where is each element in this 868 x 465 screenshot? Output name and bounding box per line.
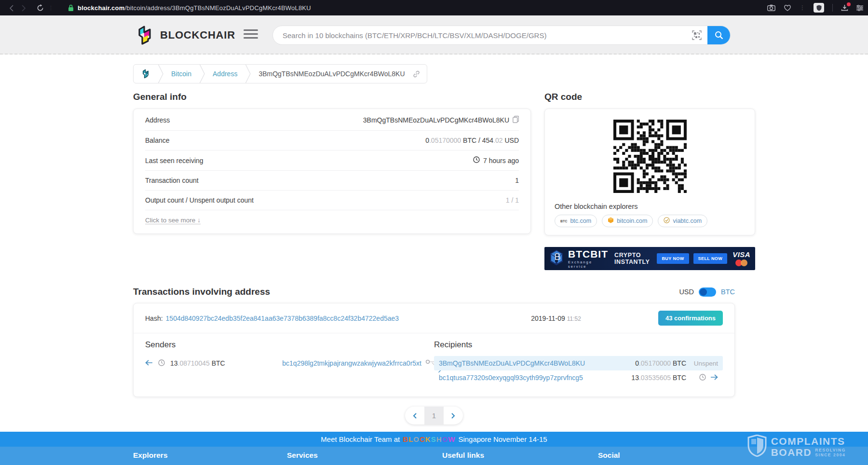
see-more-link[interactable]: Click to see more↓ [145,217,201,224]
tx-count-value: 1 [515,177,519,184]
blockshow-banner[interactable]: Meet Blockchair Team at BLOCKSHOW Singap… [0,432,868,447]
last-seen-value: 7 hours ago [483,157,519,164]
btcbit-ad-banner[interactable]: BTCBIT Exchange service CRYPTOINSTANTLY … [544,247,755,270]
screen: ⋮ blockchair.com/bitcoin/address/3BmQgTB… [0,0,868,465]
other-explorers-title: Other blockchain explorers [555,203,745,210]
download-notification-dot [847,2,851,6]
footer-col-services: Services [287,451,442,460]
transactions-title: Transactions involving address [133,287,270,297]
output-count-value: 1 / 1 [506,196,519,204]
general-info-card: Address 3BmQgTBsNMEozDuALvPDCgMKcr4BWoL8… [133,109,531,234]
brand-name: BLOCKCHAIR [160,29,235,41]
recipients-title: Recipients [434,340,723,350]
explorer-viabtc-com[interactable]: viabtc.com [658,215,707,227]
incoming-arrow-icon[interactable] [145,359,153,367]
ad-brand: BTCBIT [568,249,608,259]
explorer-btc-com[interactable]: BTC btc.com [555,215,597,227]
blockchair-logo-icon [136,25,154,46]
settings-sliders-icon[interactable] [856,5,863,11]
currency-toggle-switch[interactable] [699,287,716,297]
footer-col-explorers: Explorers [133,451,287,460]
breadcrumb: Bitcoin Address 3BmQgTBsNMEozDuALvPDCgMK… [133,64,427,83]
info-label: Output count / Unspent output count [145,196,254,204]
confirmations-badge[interactable]: 43 confirmations [658,311,723,326]
info-label: Balance [145,137,170,144]
breadcrumb-section-link[interactable]: Address [205,65,245,83]
recipient-row: bc1qtusa77320s0exyqgql93cyth99yp7zprvfnc… [434,370,723,385]
ad-tagline: Exchange service [568,260,608,269]
menu-hamburger-icon[interactable] [244,29,258,39]
clock-icon[interactable] [699,374,706,382]
mastercard-logo [735,260,748,266]
next-page-button[interactable] [444,407,463,424]
visa-logo: VISA [732,251,750,258]
snapshot-camera-icon[interactable] [767,4,775,11]
general-info-title: General info [133,92,531,102]
watermark-line1: COMPLAINTS [771,436,846,446]
sender-address-link[interactable]: bc1q298lg2tmkjpajrangwzakwjywa2kfrrca0r5… [282,359,421,367]
breadcrumb-chevron-icon [245,64,251,83]
address-bar[interactable]: blockchair.com/bitcoin/address/3BmQgTBsN… [78,4,311,12]
currency-usd-label[interactable]: USD [679,288,694,296]
tx-hash-row: Hash: 1504d840927bc24edb35f2ea841aa63e73… [134,303,734,333]
breadcrumb-chain-link[interactable]: Bitcoin [163,65,199,83]
complaintsboard-shield-icon [747,435,767,459]
banner-text-pre: Meet Blockchair Team at [321,435,400,443]
content-grid: General info Address 3BmQgTBsNMEozDuALvP… [133,92,735,270]
see-more-row: Click to see more↓ [145,210,519,229]
copy-icon[interactable] [513,116,519,124]
extension-shield-icon[interactable] [814,3,824,13]
info-row-last-seen: Last seen receiving 7 hours ago [145,150,519,171]
ad-buy-now-button[interactable]: BUY NOW [657,253,689,264]
ad-sell-now-button[interactable]: SELL NOW [693,253,728,264]
tx-date: 2019-11-0911:52 [531,315,581,322]
downloads-icon[interactable] [841,4,848,11]
info-label: Transaction count [145,177,199,184]
recipient-address-link[interactable]: 3BmQgTBsNMEozDuALvPDCgMKcr4BWoL8KU [439,359,635,367]
qr-section: QR code Other blockchain explorers BTC b… [544,92,755,270]
blockchair-logo[interactable]: BLOCKCHAIR [136,25,235,46]
https-lock-icon[interactable] [68,4,74,12]
currency-btc-label[interactable]: BTC [721,288,735,296]
recipient-address-link[interactable]: bc1qtusa77320s0exyqgql93cyth99yp7zprvfnc… [439,374,631,382]
search-button[interactable] [707,26,730,45]
breadcrumb-chevron-icon [199,64,205,83]
info-row-address: Address 3BmQgTBsNMEozDuALvPDCgMKcr4BWoL8… [145,110,519,131]
clock-icon[interactable] [158,359,165,368]
explorer-bitcoin-com[interactable]: bitcoin.com [602,215,653,227]
qr-title: QR code [544,92,755,102]
banner-text-post: Singapore November 14-15 [458,435,547,443]
more-options-icon[interactable]: ⋮ [800,4,805,11]
browser-back-icon[interactable] [5,3,17,13]
btcbit-logo-icon [549,249,564,268]
url-domain: blockchair.com [78,4,124,12]
bookmarks-heart-icon[interactable] [784,4,791,11]
senders-title: Senders [145,340,434,350]
qr-scan-icon[interactable] [692,30,702,40]
main-content: Bitcoin Address 3BmQgTBsNMEozDuALvPDCgMK… [133,55,735,424]
browser-chrome: ⋮ blockchair.com/bitcoin/address/3BmQgTB… [0,0,868,15]
outgoing-arrow-icon[interactable] [710,374,718,382]
prev-page-button[interactable] [405,407,424,424]
blockshow-brand: BLOCKSHOW [403,435,455,443]
sender-row: 13.08710045 BTC bc1q298lg2tmkjpajrangwza… [145,356,434,370]
info-row-balance: Balance 0.05170000 BTC / 454.02 USD [145,131,519,150]
browser-reload-icon[interactable] [34,3,46,13]
recipient-amount: 0.05170000 BTC [635,359,686,367]
breadcrumb-chevron-icon [158,64,163,83]
bitcoin-com-icon [608,217,614,225]
breadcrumb-home-icon[interactable] [134,65,158,83]
hash-label: Hash: [145,315,163,322]
recipient-row: 3BmQgTBsNMEozDuALvPDCgMKcr4BWoL8KU 0.051… [434,356,723,370]
permalink-icon[interactable] [413,70,427,78]
sender-amount: 13.08710045 BTC [170,359,225,367]
info-row-tx-count: Transaction count 1 [145,171,519,191]
complaintsboard-watermark: COMPLAINTS BOARD RESOLVING SINCE 2004 [747,435,846,459]
recipient-amount: 13.03535605 BTC [631,374,686,382]
currency-toggle-group: USD BTC [679,287,735,297]
down-arrow-icon: ↓ [197,217,201,224]
search-input[interactable] [273,31,692,40]
browser-forward-icon[interactable] [17,3,30,13]
tx-hash-link[interactable]: 1504d840927bc24edb35f2ea841aa63e7378b638… [166,315,399,322]
footer: Meet Blockchair Team at BLOCKSHOW Singap… [0,432,868,465]
